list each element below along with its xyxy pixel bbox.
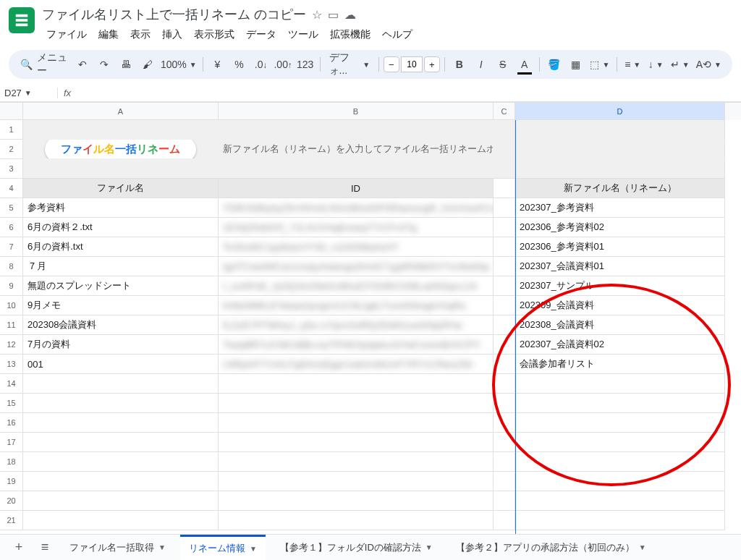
row-header[interactable]: 2 [0,140,23,159]
table-header-id[interactable]: ID [219,179,494,198]
undo-button[interactable]: ↶ [72,54,93,75]
move-icon[interactable]: ▭ [328,8,339,22]
cell-filename[interactable]: 202308会議資料 [23,315,219,335]
cell-id[interactable]: I_xuNFd0_Jy3Q3m2NeGv6Kaf2TiG95C036Lat4Gk… [219,276,494,296]
cell[interactable] [219,452,494,472]
star-icon[interactable]: ☆ [312,8,322,22]
row-header[interactable]: 14 [0,374,23,394]
vertical-align-button[interactable]: ↓▼ [645,54,666,75]
cell[interactable] [23,491,219,511]
italic-button[interactable]: I [471,54,491,75]
menu-help[interactable]: ヘルプ [378,25,417,44]
row-header[interactable]: 10 [0,296,23,315]
cell-id[interactable]: Tc4Sx8IC1jq4bavVY30_ruZ4OMa4uHY [219,237,494,257]
paint-format-button[interactable]: 🖌 [137,54,158,75]
decrease-decimal-button[interactable]: .0↓ [251,54,271,75]
currency-button[interactable]: ¥ [208,54,228,75]
cell[interactable] [515,374,725,394]
cell[interactable] [494,315,515,335]
font-dropdown[interactable]: デフォ...▼ [325,54,375,75]
menu-insert[interactable]: 挿入 [158,25,187,44]
text-color-button[interactable]: A [515,54,535,75]
row-header[interactable]: 17 [0,433,23,452]
cell[interactable] [515,413,725,433]
cell[interactable] [219,472,494,491]
cell[interactable] [219,413,494,433]
row-header[interactable]: 4 [0,179,23,198]
cell[interactable]: ファイル名一括リネーム [23,140,219,159]
cell[interactable] [494,413,515,433]
cell-filename[interactable]: 7月の資料 [23,335,219,355]
row-header[interactable]: 6 [0,218,23,237]
zoom-dropdown[interactable]: 100%▼ [159,54,198,75]
font-size-decrease[interactable]: − [384,56,399,72]
cell-filename[interactable]: ７月 [23,257,219,276]
row-header[interactable]: 15 [0,394,23,413]
cell[interactable] [23,120,219,140]
cell[interactable] [23,394,219,413]
menu-edit[interactable]: 編集 [94,25,123,44]
cell[interactable] [494,355,515,374]
cell[interactable] [494,296,515,315]
cell[interactable] [494,120,515,140]
cell-filename[interactable]: 6月の資料.txt [23,237,219,257]
cell[interactable] [494,335,515,355]
cell[interactable] [494,452,515,472]
cell[interactable] [219,159,494,179]
cell[interactable] [494,257,515,276]
cell-id[interactable]: fLZoE7PTWHyJ_qSu-s7ipcrGdRQ2DdN1uwSNpDFa… [219,315,494,335]
cell-id[interactable]: TiwqMR7uCNE1BBLmyTPHEXpdpbu10YaCnmmBJVCP… [219,335,494,355]
cell[interactable] [219,120,494,140]
cell[interactable] [515,452,725,472]
cell[interactable] [515,472,725,491]
cell[interactable] [219,511,494,530]
menu-file[interactable]: ファイル [42,25,91,44]
cell[interactable] [494,140,515,159]
all-sheets-button[interactable]: ≡ [35,538,55,558]
cell[interactable] [219,491,494,511]
redo-button[interactable]: ↷ [94,54,114,75]
cell-filename[interactable]: 参考資料 [23,198,219,218]
select-all-corner[interactable] [0,103,23,120]
table-header-newname[interactable]: 新ファイル名（リネーム） [515,179,725,198]
cloud-icon[interactable]: ☁ [344,8,356,22]
print-button[interactable]: 🖶 [116,54,136,75]
cell[interactable] [515,394,725,413]
rename-button[interactable]: ファイル名一括リネーム [45,140,196,159]
sheet-tab[interactable]: ファイル名一括取得▼ [61,535,174,561]
cell-filename[interactable]: 6月の資料２.txt [23,218,219,237]
col-header-a[interactable]: A [23,103,219,120]
cell-filename[interactable]: 001 [23,355,219,374]
cell[interactable] [494,374,515,394]
cell-newname[interactable]: 202307_参考資料 [515,198,725,218]
cell[interactable] [23,472,219,491]
cell[interactable] [494,198,515,218]
row-header[interactable]: 18 [0,452,23,472]
font-size-input[interactable] [401,56,423,72]
cell-filename[interactable]: 9月メモ [23,296,219,315]
bold-button[interactable]: B [449,54,470,75]
row-header[interactable]: 16 [0,413,23,433]
col-header-b[interactable]: B [219,103,494,120]
menu-tools[interactable]: ツール [284,25,323,44]
cell[interactable] [494,218,515,237]
cell[interactable] [494,394,515,413]
cell[interactable] [494,511,515,530]
cell-filename[interactable]: 無題のスプレッドシート [23,276,219,296]
cell-newname[interactable]: 202306_参考資料02 [515,218,725,237]
cell-id[interactable]: 1E3QOfaNV5_7JLXUVHqEmwqT7rCFv37g [219,218,494,237]
row-header[interactable]: 5 [0,198,23,218]
cell[interactable] [23,374,219,394]
cell-id[interactable]: YDR2S9fqAyZ5rVKhvtLNGn9KwSIF0RtamorgR_h2… [219,198,494,218]
row-header[interactable]: 9 [0,276,23,296]
search-menus[interactable]: 🔍 メニュー [17,54,71,75]
cell-newname[interactable]: 202307_サンプル [515,276,725,296]
cell-newname[interactable]: 202306_参考資料01 [515,237,725,257]
row-header[interactable]: 3 [0,159,23,179]
cell[interactable] [219,374,494,394]
row-header[interactable]: 21 [0,511,23,530]
col-header-d[interactable]: D [515,103,725,120]
cell[interactable] [23,452,219,472]
cell[interactable] [494,276,515,296]
row-header[interactable]: 1 [0,120,23,140]
